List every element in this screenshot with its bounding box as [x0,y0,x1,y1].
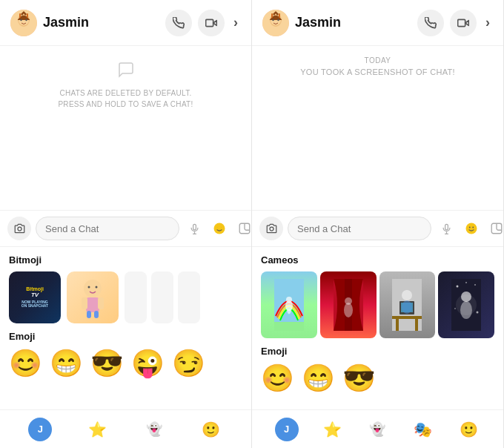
right-cameo-sparkle[interactable] [438,271,494,338]
svg-point-33 [277,19,279,20]
right-nav-ghost-icon: 👻 [369,421,385,438]
left-header-name: Jasmin [43,15,165,30]
svg-rect-31 [279,13,280,18]
right-chat-area: TODAY YOU TOOK A SCREENSHOT OF CHAT! [252,46,503,210]
right-video-button[interactable] [450,10,477,36]
left-emoji-1[interactable]: 😊 [9,348,42,379]
svg-rect-20 [82,297,87,309]
left-emoji-title: Emoji [9,331,242,342]
right-emoji-3[interactable]: 😎 [342,363,376,394]
right-nav-smiley[interactable]: 🙂 [455,416,482,443]
right-nav-masks[interactable]: 🎭 [410,416,437,443]
left-camera-button[interactable] [7,217,31,240]
svg-rect-54 [396,319,399,331]
svg-point-51 [345,297,352,305]
left-nav-ghost-icon: 👻 [146,421,162,438]
left-sticker-button[interactable] [234,218,252,239]
right-nav-star[interactable]: ⭐ [319,416,345,443]
svg-rect-45 [274,322,304,331]
svg-rect-37 [445,224,448,230]
right-nav-ghost[interactable]: 👻 [364,416,391,443]
left-mic-button[interactable] [184,218,205,239]
svg-point-16 [220,227,222,228]
left-nav-smiley[interactable]: 🙂 [198,416,225,443]
right-today-label: TODAY [364,56,391,65]
svg-point-10 [18,227,21,231]
svg-point-58 [402,290,412,300]
left-bitmoji-char[interactable] [67,271,119,323]
left-chat-info-text: CHATS ARE DELETED BY DEFAULT. PRESS AND … [58,88,193,110]
left-chevron-button[interactable]: › [231,12,241,33]
right-cameo-office[interactable] [379,271,436,338]
left-emoji-2[interactable]: 😁 [50,348,83,379]
right-nav-masks-icon: 🎭 [414,421,432,438]
right-nav-smiley-icon: 🙂 [460,421,478,438]
svg-point-42 [472,227,474,228]
svg-rect-55 [415,319,418,331]
svg-rect-21 [98,297,104,309]
left-nav-chat[interactable]: J [27,416,53,443]
right-emoji-row: 😊 😁 😎 [261,363,494,394]
right-cameos-title: Cameos [261,254,494,266]
left-bitmoji-tv[interactable]: Bitmoji TV NOW PLAYINGON SNAPCHAT [9,271,61,323]
right-tray: Cameos [252,246,503,409]
left-nav-star[interactable]: ⭐ [84,416,110,443]
right-cameo-rainbow[interactable] [261,271,317,338]
right-emoji-1[interactable]: 😊 [261,363,294,394]
svg-point-25 [96,286,98,289]
svg-point-40 [466,223,477,234]
svg-point-6 [20,19,21,20]
svg-rect-19 [86,297,99,312]
svg-point-68 [460,301,472,319]
svg-rect-22 [87,311,91,318]
right-sticker-button[interactable] [486,218,504,239]
left-nav-star-icon: ⭐ [88,421,107,438]
svg-rect-30 [271,13,273,18]
right-chat-input[interactable] [288,217,431,240]
svg-point-59 [402,300,412,314]
right-nav-chat-icon: J [275,418,299,441]
left-panel: Jasmin › CHATS ARE DELETED BY DEF [0,0,252,448]
svg-rect-11 [193,224,196,230]
right-nav-chat[interactable]: J [273,416,300,443]
right-call-button[interactable] [417,10,444,36]
svg-rect-4 [19,13,21,18]
svg-rect-9 [206,19,213,26]
left-emoji-5[interactable]: 😏 [172,348,205,379]
svg-point-63 [454,308,456,309]
right-emoji-button[interactable] [461,218,482,239]
right-camera-button[interactable] [259,217,283,240]
left-bitmoji-dot1[interactable] [125,271,147,323]
svg-rect-53 [392,316,422,319]
right-chevron-button[interactable]: › [483,12,493,33]
left-avatar [10,10,37,36]
left-input-bar [0,210,251,246]
left-emoji-button[interactable] [209,218,230,239]
right-cameo-red[interactable] [320,271,377,338]
left-nav-smiley-icon: 🙂 [202,421,220,438]
left-bitmoji-dot3[interactable] [178,271,200,323]
left-call-button[interactable] [165,10,192,36]
right-mic-button[interactable] [436,218,457,239]
left-nav-ghost[interactable]: 👻 [141,416,168,443]
right-input-bar [252,210,503,246]
right-emoji-2[interactable]: 😁 [302,363,335,394]
svg-point-7 [25,19,27,20]
right-header-name: Jasmin [295,15,417,30]
left-chat-input[interactable] [36,217,179,240]
svg-point-64 [477,312,479,314]
left-emoji-row: 😊 😁 😎 😜 😏 [9,348,242,379]
left-chat-area: CHATS ARE DELETED BY DEFAULT. PRESS AND … [0,46,251,210]
left-emoji-3[interactable]: 😎 [90,348,124,379]
left-bitmoji-dot2[interactable] [151,271,173,323]
left-bitmoji-title: Bitmoji [9,254,242,266]
left-emoji-4[interactable]: 😜 [131,348,165,379]
svg-point-14 [214,223,225,234]
left-bottom-nav: J ⭐ 👻 🙂 [0,409,251,448]
svg-point-15 [217,227,219,228]
left-chat-info-icon [117,61,135,83]
svg-point-32 [272,19,273,20]
svg-point-18 [84,280,102,297]
svg-point-61 [457,286,459,288]
left-video-button[interactable] [198,10,225,36]
